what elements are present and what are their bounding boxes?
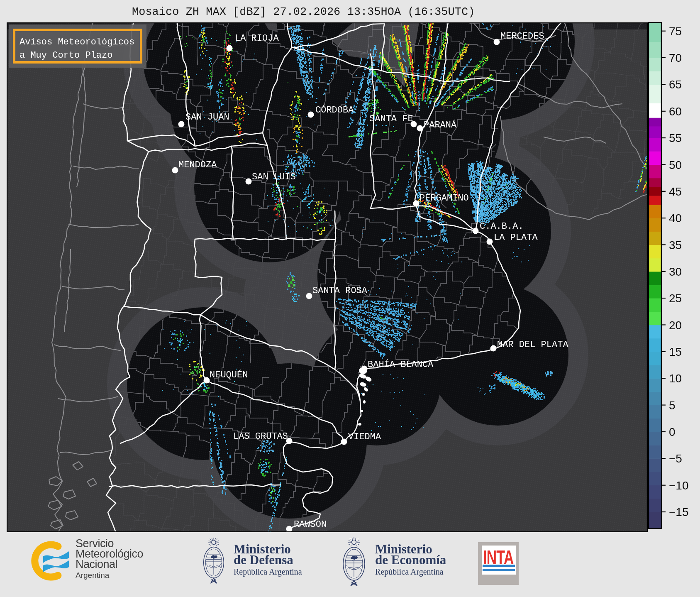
- svg-text:5: 5: [669, 399, 676, 412]
- svg-text:65: 65: [669, 78, 682, 91]
- svg-text:40: 40: [669, 212, 682, 225]
- svg-text:35: 35: [669, 239, 682, 252]
- svg-text:25: 25: [669, 292, 682, 305]
- svg-text:70: 70: [669, 51, 682, 64]
- svg-text:−10: −10: [669, 479, 689, 492]
- svg-text:30: 30: [669, 265, 682, 278]
- svg-text:60: 60: [669, 105, 682, 118]
- svg-text:75: 75: [669, 25, 682, 38]
- svg-text:15: 15: [669, 345, 682, 358]
- svg-text:55: 55: [669, 132, 682, 144]
- svg-text:−5: −5: [669, 452, 682, 465]
- svg-text:50: 50: [669, 159, 682, 171]
- svg-text:−15: −15: [669, 506, 689, 519]
- svg-text:0: 0: [669, 426, 676, 438]
- svg-text:45: 45: [669, 185, 682, 198]
- svg-text:20: 20: [669, 319, 682, 332]
- svg-text:10: 10: [669, 372, 682, 385]
